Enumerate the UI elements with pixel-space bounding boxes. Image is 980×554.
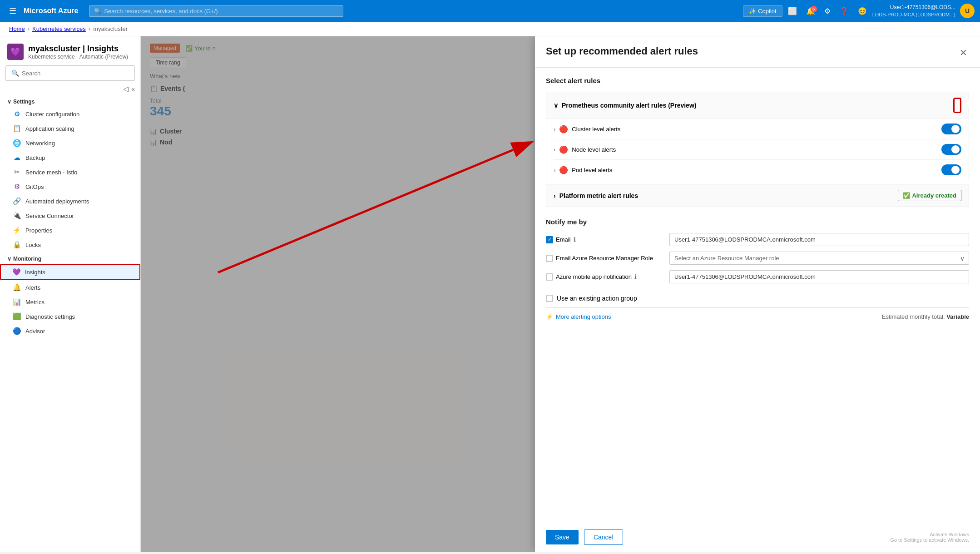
- sidebar-search[interactable]: 🔍: [5, 65, 135, 81]
- monitoring-section[interactable]: ∨ Monitoring: [0, 252, 140, 264]
- gitops-icon: ⚙: [13, 183, 21, 191]
- sidebar-item-service-connector[interactable]: 🔌 Service Connector: [0, 208, 140, 223]
- sidebar-item-advisor[interactable]: 🔵 Advisor: [0, 324, 140, 338]
- expand-chevron-cluster[interactable]: ›: [554, 126, 555, 133]
- sidebar-item-backup[interactable]: ☁ Backup: [0, 150, 140, 165]
- pod-alert-row: › 🔴 Pod level alerts: [554, 160, 961, 180]
- notify-label: Notify me by: [546, 218, 969, 226]
- feedback-button[interactable]: 😊: [854, 5, 871, 17]
- resource-subtitle: Kubernetes service - Automatic (Preview): [28, 54, 128, 60]
- global-search-input[interactable]: [104, 8, 338, 15]
- sidebar-item-service-mesh[interactable]: ✂ Service mesh - Istio: [0, 165, 140, 179]
- sidebar-item-label: Service Connector: [25, 213, 74, 219]
- avatar[interactable]: U: [960, 4, 975, 18]
- arm-role-checkbox[interactable]: [546, 255, 553, 262]
- prometheus-toggle-box: [953, 98, 961, 113]
- sidebar-nav-collapse[interactable]: «: [131, 85, 135, 93]
- sidebar-item-label: Application scaling: [25, 125, 74, 132]
- mobile-checkbox[interactable]: [546, 273, 553, 281]
- settings-section[interactable]: ∨ Settings: [0, 95, 140, 107]
- breadcrumb-service[interactable]: Kubernetes services: [32, 25, 86, 32]
- email-checkbox[interactable]: ✓: [546, 236, 553, 243]
- sidebar-item-properties[interactable]: ⚡ Properties: [0, 223, 140, 237]
- arm-role-select[interactable]: Select an Azure Resource Manager role: [669, 252, 969, 265]
- sidebar-item-cluster-config[interactable]: ⚙ Cluster configuration: [0, 107, 140, 121]
- sidebar-item-auto-deployments[interactable]: 🔗 Automated deployments: [0, 194, 140, 208]
- sidebar-item-gitops[interactable]: ⚙ GitOps: [0, 179, 140, 194]
- properties-icon: ⚡: [13, 226, 21, 234]
- settings-button[interactable]: ⚙: [821, 5, 834, 17]
- locks-icon: 🔒: [13, 241, 21, 249]
- action-group-row: Use an existing action group: [546, 289, 969, 307]
- terminal-button[interactable]: ⬜: [784, 5, 801, 17]
- prometheus-group-header[interactable]: ∨ Prometheus community alert rules (Prev…: [546, 92, 969, 119]
- alert-rules-panel: Set up recommended alert rules ✕ Select …: [535, 36, 980, 552]
- sidebar-nav-back[interactable]: ◁: [123, 84, 129, 93]
- activate-windows-notice: Activate Windows Go to Settings to activ…: [890, 532, 969, 543]
- expand-chevron-pod[interactable]: ›: [554, 167, 555, 173]
- cluster-alert-label: Cluster level alerts: [572, 126, 620, 133]
- copilot-button[interactable]: ✨ Copilot: [743, 5, 782, 17]
- sidebar-item-label: GitOps: [25, 183, 44, 190]
- sidebar-item-alerts[interactable]: 🔔 Alerts: [0, 280, 140, 295]
- select-rules-label: Select alert rules: [546, 77, 969, 84]
- breadcrumb-resource: myakscluster: [93, 25, 128, 32]
- expand-chevron-platform: ›: [554, 192, 556, 199]
- mobile-input[interactable]: [669, 270, 969, 283]
- resource-title: myakscluster | Insights: [28, 44, 128, 54]
- platform-group-header[interactable]: › Platform metric alert rules ✅ Already …: [546, 184, 969, 207]
- cancel-button[interactable]: Cancel: [584, 529, 623, 545]
- expand-chevron-node[interactable]: ›: [554, 146, 555, 153]
- prometheus-group-label: Prometheus community alert rules (Previe…: [562, 102, 696, 109]
- notification-badge: 5: [811, 6, 817, 12]
- sidebar-search-input[interactable]: [22, 70, 129, 77]
- sidebar-item-label: Service mesh - Istio: [25, 169, 77, 176]
- sidebar-item-metrics[interactable]: 📊 Metrics: [0, 295, 140, 309]
- help-button[interactable]: ❓: [836, 5, 852, 17]
- advisor-icon: 🔵: [13, 327, 21, 335]
- content-area: Managed ✅You're n Time rang What's new 📋…: [141, 36, 980, 552]
- sidebar-item-app-scaling[interactable]: 📋 Application scaling: [0, 121, 140, 136]
- sidebar-item-networking[interactable]: 🌐 Networking: [0, 136, 140, 150]
- app-scaling-icon: 📋: [13, 124, 21, 133]
- node-alert-toggle[interactable]: [941, 144, 961, 155]
- sidebar-item-label: Insights: [25, 269, 45, 276]
- estimated-cost: Estimated monthly total: Variable: [882, 313, 969, 320]
- backup-icon: ☁: [13, 153, 21, 162]
- sidebar-item-diagnostic[interactable]: 🟩 Diagnostic settings: [0, 309, 140, 324]
- already-created-badge: ✅ Already created: [898, 190, 961, 201]
- action-group-checkbox[interactable]: [546, 295, 553, 302]
- breadcrumb-home[interactable]: Home: [9, 25, 25, 32]
- cluster-alert-toggle[interactable]: [941, 124, 961, 134]
- user-org: LODS-PROD-MCA (LODSPRODM...): [872, 11, 955, 18]
- already-created-text: Already created: [912, 192, 956, 199]
- action-group-label: Use an existing action group: [557, 295, 637, 302]
- panel-close-button[interactable]: ✕: [958, 45, 969, 60]
- panel-title: Set up recommended alert rules: [546, 45, 698, 57]
- more-alerting-link[interactable]: ⚡ More alerting options: [546, 313, 611, 320]
- panel-header: Set up recommended alert rules ✕: [535, 36, 980, 68]
- azure-logo: Microsoft Azure: [24, 7, 78, 15]
- search-icon: 🔍: [94, 8, 101, 15]
- sidebar-item-insights[interactable]: 💜 Insights: [0, 264, 140, 280]
- metrics-icon: 📊: [13, 298, 21, 306]
- mobile-info-icon: ℹ: [634, 273, 637, 280]
- pod-alert-label: Pod level alerts: [572, 167, 612, 173]
- notifications-button[interactable]: 🔔 5: [802, 5, 819, 17]
- user-name: User1-47751306@LODS...: [872, 4, 955, 11]
- sidebar-item-locks[interactable]: 🔒 Locks: [0, 237, 140, 252]
- breadcrumb: Home › Kubernetes services › myakscluste…: [0, 22, 980, 36]
- copilot-icon: ✨: [749, 8, 756, 15]
- sidebar-item-label: Properties: [25, 227, 52, 234]
- insights-icon: 💜: [12, 268, 20, 276]
- pod-alert-toggle[interactable]: [941, 164, 961, 175]
- email-input[interactable]: [669, 233, 969, 246]
- hamburger-menu[interactable]: ☰: [5, 4, 20, 18]
- mobile-notify-row: Azure mobile app notification ℹ: [546, 270, 969, 283]
- global-search[interactable]: 🔍: [89, 5, 343, 17]
- sidebar-header: 💜 myakscluster | Insights Kubernetes ser…: [0, 36, 140, 64]
- save-button[interactable]: Save: [546, 530, 579, 544]
- platform-group: › Platform metric alert rules ✅ Already …: [546, 184, 969, 207]
- checkmark-icon: ✅: [903, 192, 910, 199]
- lightning-icon: ⚡: [546, 313, 553, 320]
